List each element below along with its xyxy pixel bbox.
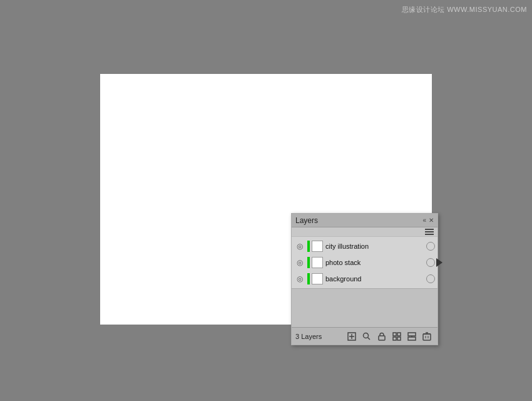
layers-empty-area	[292, 288, 437, 327]
layer-thumbnail	[312, 241, 323, 252]
svg-rect-13	[423, 334, 431, 340]
layer-row[interactable]: ◎ city illustration	[292, 238, 437, 254]
canvas-area: Layers « ✕ ◎ city illustration	[100, 74, 432, 325]
layer-target-icon[interactable]	[426, 274, 435, 283]
merge-button[interactable]	[405, 330, 419, 343]
search-button[interactable]	[360, 330, 374, 343]
new-layer-button[interactable]	[345, 330, 359, 343]
layer-name: background	[325, 275, 425, 283]
svg-point-3	[364, 333, 369, 338]
layers-count: 3 Layers	[295, 333, 344, 340]
svg-rect-8	[393, 337, 396, 340]
layer-row[interactable]: ◎ background	[292, 271, 437, 287]
layer-name: city illustration	[325, 242, 425, 250]
layers-toolbar: 3 Layers	[292, 327, 437, 345]
layers-list: ◎ city illustration ◎ photo stack ◎	[292, 237, 437, 288]
layers-panel: Layers « ✕ ◎ city illustration	[291, 213, 438, 345]
visibility-icon[interactable]: ◎	[294, 273, 305, 284]
watermark: 思缘设计论坛 WWW.MISSYUAN.COM	[402, 5, 527, 14]
layer-thumbnail	[312, 273, 323, 284]
layer-target-icon[interactable]	[426, 242, 435, 251]
layers-panel-header: Layers « ✕	[292, 214, 437, 227]
visibility-icon[interactable]: ◎	[294, 241, 305, 252]
delete-layer-button[interactable]	[420, 330, 434, 343]
layer-target-icon[interactable]	[426, 258, 435, 267]
svg-rect-7	[397, 333, 401, 336]
visibility-icon[interactable]: ◎	[294, 257, 305, 268]
cursor-indicator	[436, 258, 442, 267]
svg-rect-9	[397, 337, 401, 340]
layer-thumbnail	[312, 257, 323, 268]
layer-color-bar	[307, 273, 310, 284]
panel-menu-icon[interactable]	[425, 229, 434, 235]
layer-row[interactable]: ◎ photo stack	[292, 254, 437, 271]
svg-rect-11	[408, 337, 416, 340]
svg-rect-6	[393, 333, 396, 336]
layers-panel-title: Layers	[295, 216, 318, 225]
svg-rect-5	[379, 336, 385, 340]
layer-color-bar	[307, 257, 310, 268]
collapse-icon[interactable]: «	[422, 217, 426, 224]
layer-color-bar	[307, 241, 310, 252]
lock-button[interactable]	[375, 330, 389, 343]
close-icon[interactable]: ✕	[429, 217, 434, 224]
layer-name: photo stack	[325, 259, 425, 266]
options-button[interactable]	[390, 330, 404, 343]
svg-line-4	[368, 337, 371, 340]
svg-rect-10	[408, 333, 416, 336]
